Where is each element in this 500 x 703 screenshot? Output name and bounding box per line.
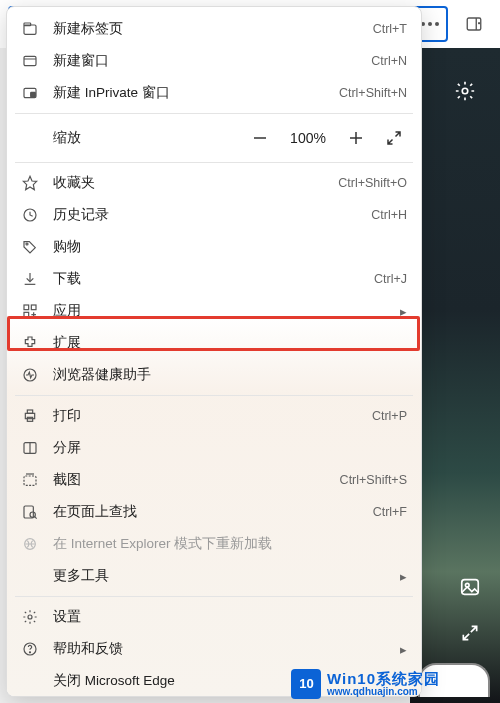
svg-point-8 [435,22,439,26]
menu-item-shortcut: Ctrl+F [373,505,407,519]
svg-rect-41 [24,476,36,485]
new-window-icon [21,52,39,70]
menu-item-label: 帮助和反馈 [53,640,383,658]
find-icon [21,503,39,521]
star-icon [21,174,39,192]
menu-item-split-screen[interactable]: 分屏 [7,432,421,464]
menu-item-label: 新建标签页 [53,20,359,38]
menu-item-downloads[interactable]: 下载 Ctrl+J [7,263,421,295]
zoom-value: 100% [285,130,331,146]
print-icon [21,407,39,425]
fullscreen-icon[interactable] [381,125,407,151]
menu-item-label: 新建窗口 [53,52,357,70]
watermark-line2: www.qdhuajin.com [327,687,440,698]
chevron-right-icon: ▸ [397,642,407,657]
menu-item-new-window[interactable]: 新建窗口 Ctrl+N [7,45,421,77]
svg-point-48 [29,652,30,653]
menu-item-label: 下载 [53,270,360,288]
tag-icon [21,238,39,256]
svg-rect-18 [24,56,36,65]
menu-item-shortcut: Ctrl+Shift+O [338,176,407,190]
svg-point-27 [26,243,28,245]
menu-item-label: 在 Internet Explorer 模式下重新加载 [53,535,407,553]
menu-item-new-inprivate[interactable]: 新建 InPrivate 窗口 Ctrl+Shift+N [7,77,421,109]
menu-item-shortcut: Ctrl+Shift+S [340,473,407,487]
menu-item-shortcut: Ctrl+P [372,409,407,423]
watermark-line1: Win10系统家园 [327,671,440,687]
pulse-icon [21,366,39,384]
page-background [410,48,500,703]
svg-rect-16 [24,25,36,34]
svg-line-44 [35,517,37,519]
menu-item-label: 历史记录 [53,206,357,224]
menu-item-find[interactable]: 在页面上查找 Ctrl+F [7,496,421,528]
svg-rect-38 [27,417,32,421]
watermark: Win10系统家园 www.qdhuajin.com [291,669,440,699]
menu-item-label: 应用 [53,302,383,320]
ie-icon [21,535,39,553]
svg-rect-32 [24,312,29,317]
split-screen-icon [21,439,39,457]
menu-item-extensions[interactable]: 扩展 [7,327,421,359]
menu-item-label: 分屏 [53,439,407,457]
zoom-out-button[interactable] [247,125,273,151]
menu-item-help[interactable]: 帮助和反馈 ▸ [7,633,421,665]
help-icon [21,640,39,658]
apps-icon [21,302,39,320]
menu-item-label: 收藏夹 [53,174,324,192]
menu-item-apps[interactable]: 应用 ▸ [7,295,421,327]
menu-item-print[interactable]: 打印 Ctrl+P [7,400,421,432]
svg-marker-25 [23,176,36,189]
menu-item-screenshot[interactable]: 截图 Ctrl+Shift+S [7,464,421,496]
zoom-in-button[interactable] [343,125,369,151]
extensions-icon [21,334,39,352]
menu-item-label: 缩放 [53,129,233,147]
svg-point-7 [428,22,432,26]
svg-rect-37 [27,410,32,413]
menu-separator [15,596,413,597]
menu-item-zoom: 缩放 100% [7,118,421,158]
menu-item-shopping[interactable]: 购物 [7,231,421,263]
menu-item-favorites[interactable]: 收藏夹 Ctrl+Shift+O [7,167,421,199]
svg-rect-17 [24,23,31,26]
menu-item-label: 截图 [53,471,326,489]
inprivate-icon [21,84,39,102]
screenshot-icon [21,471,39,489]
menu-item-shortcut: Ctrl+N [371,54,407,68]
menu-item-shortcut: Ctrl+J [374,272,407,286]
menu-item-label: 浏览器健康助手 [53,366,407,384]
menu-item-label: 设置 [53,608,407,626]
menu-item-more-tools[interactable]: 更多工具 ▸ [7,560,421,592]
menu-item-shortcut: Ctrl+H [371,208,407,222]
gear-icon [21,608,39,626]
menu-item-settings[interactable]: 设置 [7,601,421,633]
svg-point-13 [462,88,468,94]
svg-rect-14 [462,580,479,595]
fullscreen-button[interactable] [454,617,486,649]
history-icon [21,206,39,224]
svg-rect-30 [24,305,29,310]
menu-item-shortcut: Ctrl+Shift+N [339,86,407,100]
menu-item-label: 打印 [53,407,358,425]
chevron-right-icon: ▸ [397,569,407,584]
download-icon [21,270,39,288]
svg-rect-21 [31,92,36,97]
watermark-badge-icon [291,669,321,699]
chevron-right-icon: ▸ [397,304,407,319]
image-button[interactable] [454,571,486,603]
menu-item-label: 更多工具 [53,567,383,585]
menu-item-new-tab[interactable]: 新建标签页 Ctrl+T [7,13,421,45]
menu-item-label: 扩展 [53,334,407,352]
menu-item-history[interactable]: 历史记录 Ctrl+H [7,199,421,231]
menu-separator [15,113,413,114]
menu-item-label: 在页面上查找 [53,503,359,521]
new-tab-icon [21,20,39,38]
menu-item-browser-health[interactable]: 浏览器健康助手 [7,359,421,391]
sidebar-toggle-button[interactable] [456,6,492,42]
menu-item-label: 新建 InPrivate 窗口 [53,84,325,102]
page-settings-button[interactable] [450,76,480,106]
menu-separator [15,395,413,396]
menu-item-label: 购物 [53,238,407,256]
menu-item-ie-mode: 在 Internet Explorer 模式下重新加载 [7,528,421,560]
menu-item-shortcut: Ctrl+T [373,22,407,36]
